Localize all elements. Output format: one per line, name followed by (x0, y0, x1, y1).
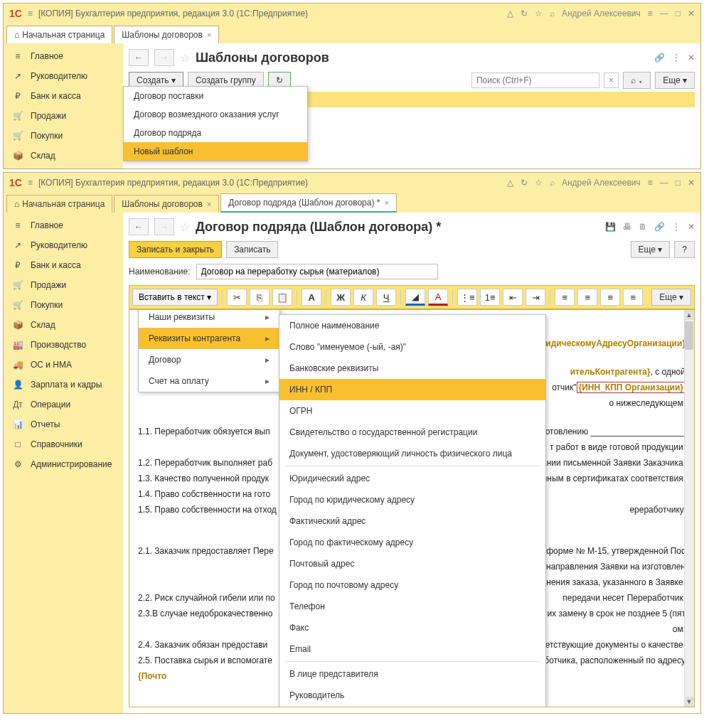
req-post-city[interactable]: Город по почтовому адресу (279, 574, 545, 596)
tab-close-icon[interactable]: × (384, 198, 388, 207)
scrollbar-thumb[interactable] (685, 321, 693, 350)
tab-home[interactable]: ⌂ Начальная страница (6, 26, 112, 43)
menu-ctr-req[interactable]: Реквизиты контрагента▸ (139, 328, 279, 349)
fav-icon[interactable]: ☆ (180, 51, 190, 65)
underline-button[interactable]: Ч (376, 289, 396, 306)
link-icon[interactable]: 🔗 (654, 53, 665, 63)
req-ogrn[interactable]: ОГРН (279, 400, 545, 422)
outdent-button[interactable]: ⇤ (503, 289, 523, 306)
side-sales[interactable]: 🛒Продажи (4, 106, 123, 126)
req-email[interactable]: Email (279, 638, 545, 660)
scroll-up-button[interactable]: ▲ (684, 310, 694, 320)
document-editor[interactable]: Договор подряда № {НомерДоговора} Юридич… (129, 309, 695, 707)
side-purchases-2[interactable]: 🛒Покупки (4, 295, 123, 315)
cut-button[interactable]: ✂ (227, 289, 247, 306)
side-warehouse[interactable]: 📦Склад (4, 146, 123, 166)
minimize-icon[interactable]: — (660, 9, 668, 18)
side-refs[interactable]: □Справочники (4, 434, 123, 454)
search-icon[interactable]: ⌕ (550, 178, 555, 188)
req-legal-addr[interactable]: Юридический адрес (279, 468, 545, 489)
req-fax[interactable]: Факс (279, 617, 545, 638)
req-bank[interactable]: Банковские реквизиты (279, 358, 545, 379)
search-go-button[interactable]: ⌕ ▾ (623, 72, 651, 89)
side-ops[interactable]: ДтОперации (4, 395, 123, 414)
search-icon[interactable]: ⌕ (550, 9, 555, 18)
tab-templates-2[interactable]: Шаблоны договоров × (114, 195, 219, 213)
align-center-button[interactable]: ≡ (577, 289, 597, 306)
forward-button-2[interactable]: → (154, 218, 174, 235)
link-icon[interactable]: 🔗 (654, 222, 665, 232)
side-admin[interactable]: ⚙Администрирование (4, 454, 123, 474)
tab-home-2[interactable]: ⌂ Начальная страница (6, 195, 112, 213)
menu-contract-sub[interactable]: Договор▸ (139, 349, 279, 370)
search-input[interactable] (471, 73, 599, 88)
paste-button[interactable]: 📋 (272, 289, 292, 306)
req-fullname[interactable]: Полное наименование (279, 315, 545, 336)
side-bank-2[interactable]: ₽Банк и касса (4, 255, 123, 275)
bold-button[interactable]: Ж (331, 289, 351, 306)
user-name-2[interactable]: Андрей Алексеевич (562, 178, 641, 188)
tab-close-icon[interactable]: × (207, 200, 211, 208)
req-phone[interactable]: Телефон (279, 596, 545, 617)
align-right-button[interactable]: ≡ (600, 289, 620, 306)
minimize-icon[interactable]: — (660, 178, 668, 188)
close-page-icon[interactable]: ✕ (688, 53, 695, 63)
menu-new-template[interactable]: Новый шаблон (124, 142, 307, 161)
bgcolor-button[interactable]: ◢ (405, 289, 425, 306)
indent-button[interactable]: ⇥ (526, 289, 545, 306)
save-button[interactable]: Записать (226, 241, 278, 258)
history-icon[interactable]: ↻ (521, 9, 528, 18)
user-name[interactable]: Андрей Алексеевич (562, 9, 641, 18)
star-icon[interactable]: ☆ (535, 178, 543, 188)
scroll-down-button[interactable]: ▼ (684, 697, 694, 707)
tab-contract[interactable]: Договор подряда (Шаблон договора) * × (220, 193, 397, 213)
save-icon[interactable]: 💾 (605, 222, 616, 232)
maximize-icon[interactable]: □ (676, 178, 681, 188)
side-bank[interactable]: ₽Банк и касса (4, 86, 123, 106)
side-main[interactable]: ≡Главное (4, 46, 123, 66)
menu-supply[interactable]: Договор поставки (124, 87, 307, 105)
forward-button[interactable]: → (154, 49, 174, 66)
user-menu-icon[interactable]: ≡ (648, 178, 653, 188)
side-warehouse-2[interactable]: 📦Склад (4, 315, 123, 335)
req-head[interactable]: Руководитель (279, 685, 545, 706)
side-main-2[interactable]: ≡Главное (4, 215, 123, 235)
numbers-button[interactable]: 1≡ (480, 289, 500, 306)
print-icon[interactable]: 🖶 (623, 222, 631, 232)
menu-services[interactable]: Договор возмездного оказания услуг (124, 105, 307, 124)
textcolor-button[interactable]: A (428, 289, 448, 306)
req-actual-city[interactable]: Город по фактическому адресу (279, 532, 545, 553)
side-production[interactable]: 🏭Производство (4, 335, 123, 355)
side-manager-2[interactable]: ↗Руководителю (4, 235, 123, 255)
maximize-icon[interactable]: □ (676, 9, 681, 18)
italic-button[interactable]: К (353, 289, 373, 306)
more-button[interactable]: Еще ▾ (655, 72, 695, 89)
req-legal-city[interactable]: Город по юридическому адресу (279, 489, 545, 510)
req-cert[interactable]: Свидетельство о государственной регистра… (279, 422, 545, 443)
close-icon[interactable]: ✕ (688, 178, 695, 188)
user-menu-icon[interactable]: ≡ (648, 9, 653, 18)
req-id[interactable]: Документ, удостоверяющий личность физиче… (279, 443, 545, 464)
side-purchases[interactable]: 🛒Покупки (4, 126, 123, 146)
req-rep[interactable]: В лице представителя (279, 663, 545, 685)
clear-search-button[interactable]: × (604, 73, 619, 88)
hamburger-icon-2[interactable]: ≡ (28, 178, 33, 188)
req-word[interactable]: Слово "именуемое (-ый, -ая)" (279, 336, 545, 358)
tab-close-icon[interactable]: × (207, 31, 211, 39)
req-actual-addr[interactable]: Фактический адрес (279, 510, 545, 532)
help-button[interactable]: ? (674, 241, 695, 258)
req-inn[interactable]: ИНН / КПП (279, 379, 545, 400)
bell-icon[interactable]: △ (507, 9, 513, 18)
more-icon[interactable]: ⋮ (672, 53, 681, 63)
side-reports[interactable]: 📊Отчеты (4, 414, 123, 434)
close-page-icon[interactable]: ✕ (688, 222, 695, 232)
bullets-button[interactable]: ⋮≡ (457, 289, 477, 306)
menu-our-req[interactable]: Наши реквизиты▸ (139, 309, 279, 328)
align-justify-button[interactable]: ≡ (623, 289, 643, 306)
save-close-button[interactable]: Записать и закрыть (129, 241, 222, 258)
more-button-2[interactable]: Еще ▾ (631, 241, 671, 258)
req-head-decl[interactable]: Руководитель (склонения)▸ (279, 706, 545, 707)
doc-icon[interactable]: 🗎 (639, 222, 647, 232)
fav-icon-2[interactable]: ☆ (180, 220, 190, 234)
insert-text-button[interactable]: Вставить в текст ▾ (132, 289, 218, 306)
